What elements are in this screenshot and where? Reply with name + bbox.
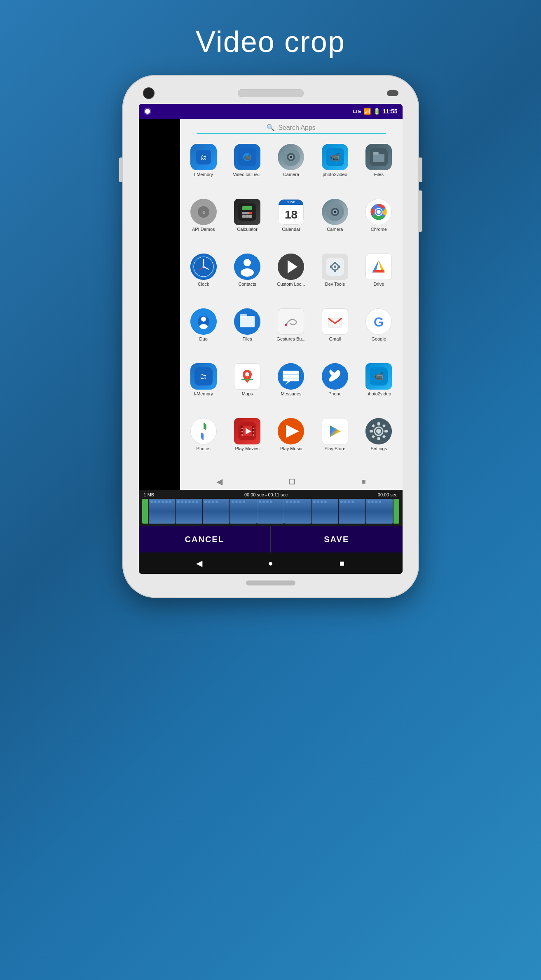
app-item-calculator[interactable]: Calculator [225,195,269,250]
app-icon-chrome [365,199,392,225]
app-item-photos[interactable]: Photos [182,415,225,470]
app-item-messages[interactable]: Messages [269,360,313,415]
app-item-files2[interactable]: Files [225,305,269,360]
app-item-camera[interactable]: Camera [269,141,313,195]
app-item-clock[interactable]: Clock [182,250,225,305]
svg-rect-101 [253,431,254,432]
app-grid: 🗂 I-Memory 📹 Vide [180,137,403,473]
video-content: 🔍 Search Apps 🗂 [180,119,403,490]
app-label-calculator: Calculator [237,227,258,232]
app-label-gmail: Gmail [329,336,341,341]
app-item-gmail[interactable]: Gmail [313,305,357,360]
volume-button-left[interactable] [119,157,122,182]
svg-rect-19 [242,212,246,214]
app-item-devtools[interactable]: Dev Tools [313,250,357,305]
app-item-gestures[interactable]: Gestures Bu... [269,305,313,360]
video-area: 🔍 Search Apps 🗂 [139,119,403,490]
app-item-videocall[interactable]: 📹 Video call re... [225,141,269,195]
svg-rect-24 [249,215,252,218]
svg-point-43 [241,268,254,277]
power-button[interactable] [419,157,422,182]
app-item-duo[interactable]: Duo [182,305,225,360]
video-black-left [139,119,180,490]
svg-text:🗂: 🗂 [200,372,207,381]
app-label-photo2video2: photo2video [366,391,391,396]
svg-point-48 [334,266,336,268]
home-indicator[interactable] [246,580,295,585]
phone-screen: LTE 📶 🔋 11:55 🔍 Search Apps [139,104,403,574]
app-item-maps[interactable]: Maps [225,360,269,415]
frame-8 [339,499,365,524]
app-icon-imemory2: 🗂 [190,363,217,390]
lte-icon: LTE [353,109,361,114]
home-button[interactable]: ● [263,556,278,571]
app-label-playmovies: Play Movies [235,446,259,451]
svg-point-28 [334,211,336,213]
svg-rect-52 [338,266,340,268]
nav-bar: ◀ ● ■ [139,552,403,574]
app-item-playmovies[interactable]: Play Movies [225,415,269,470]
svg-rect-20 [246,212,249,214]
volume-button-right[interactable] [419,190,422,232]
app-icon-photo2video: 📹 [322,144,348,170]
phone-top [131,87,411,99]
cancel-button[interactable]: CANCEL [139,526,271,552]
app-item-playstore[interactable]: Play Store [313,415,357,470]
svg-rect-100 [253,428,254,429]
app-item-chrome[interactable]: Chrome [357,195,400,250]
app-icon-files2 [234,308,260,335]
svg-rect-110 [377,437,380,440]
svg-point-117 [376,429,381,434]
timeline-strip[interactable] [142,499,399,524]
app-item-photo2video2[interactable]: 📹 photo2video [357,360,400,415]
timeline-handle-right[interactable] [393,499,399,524]
app-icon-videocall: 📹 [234,144,260,170]
search-underline [197,133,386,134]
save-button[interactable]: SAVE [271,526,403,552]
svg-rect-111 [370,430,373,432]
frame-4 [230,499,257,524]
phone-shell: LTE 📶 🔋 11:55 🔍 Search Apps [122,75,419,598]
app-icon-playmusic [278,418,304,444]
svg-rect-102 [253,434,254,436]
app-item-calendar[interactable]: JUNE 18 Calendar [269,195,313,250]
app-item-phone[interactable]: Phone [313,360,357,415]
phone-bottom-area [131,580,411,585]
app-item-camera2[interactable]: Camera [313,195,357,250]
app-label-apidemos: API Demos [192,227,215,232]
app-item-imemory[interactable]: 🗂 I-Memory [182,141,225,195]
recent-button[interactable]: ■ [335,556,349,571]
app-item-customloc[interactable]: Custom Loc... [269,250,313,305]
app-icon-gestures [278,308,304,335]
app-item-apidemos[interactable]: ⚙ API Demos [182,195,225,250]
app-label-settings: Settings [370,446,387,451]
svg-point-92 [201,429,206,434]
svg-rect-12 [373,154,384,162]
svg-rect-13 [373,152,379,155]
search-icon: 🔍 [267,124,275,132]
svg-rect-71 [282,313,300,331]
search-bar-area[interactable]: 🔍 Search Apps [180,119,403,137]
app-item-settings[interactable]: Settings [357,415,400,470]
app-label-clock: Clock [198,282,209,287]
svg-point-33 [377,210,381,214]
app-item-photo2video[interactable]: 📹 photo2video [313,141,357,195]
svg-text:⚙: ⚙ [201,210,205,215]
app-item-google[interactable]: G Google [357,305,400,360]
timeline-handle-left[interactable] [142,499,148,524]
app-icon-phone [322,363,348,390]
app-label-playstore: Play Store [325,446,346,451]
app-label-videocall: Video call re... [233,172,262,177]
app-icon-contacts [234,254,260,280]
app-icon-playmovies [234,418,260,444]
app-item-files[interactable]: Files [357,141,400,195]
app-item-drive[interactable]: Drive [357,250,400,305]
back-button[interactable]: ◀ [192,556,206,571]
search-bar[interactable]: 🔍 Search Apps [188,124,394,132]
app-item-imemory2[interactable]: 🗂 I-Memory [182,360,225,415]
app-item-playmusic[interactable]: Play Music [269,415,313,470]
svg-point-42 [244,259,251,266]
timeline-area[interactable]: 1 MB 00:00 sec - 00:11 sec 00:00 sec [139,490,403,526]
app-item-contacts[interactable]: Contacts [225,250,269,305]
app-icon-imemory: 🗂 [190,144,217,170]
